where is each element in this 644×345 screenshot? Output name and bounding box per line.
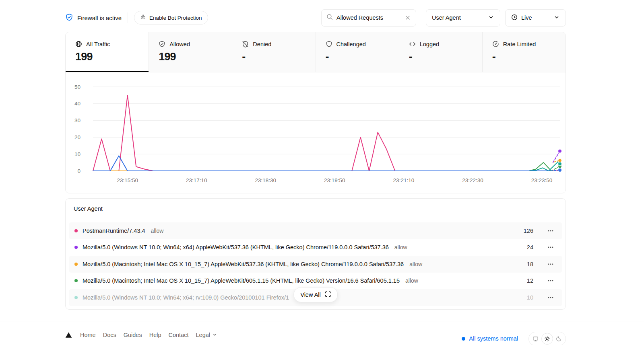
tab-value: - bbox=[409, 51, 473, 63]
gauge-icon bbox=[492, 41, 499, 47]
tab-value: 199 bbox=[75, 51, 139, 63]
status-dot bbox=[462, 337, 465, 341]
chart-line-green bbox=[93, 162, 551, 171]
enable-bot-protection-button[interactable]: Enable Bot Protection bbox=[134, 11, 208, 25]
user-agent-filter-select[interactable]: User Agent bbox=[426, 9, 500, 27]
view-all-button[interactable]: View All bbox=[293, 287, 338, 302]
y-axis-tick-10: 10 bbox=[74, 151, 80, 157]
x-axis-tick: 23:17:10 bbox=[186, 177, 207, 183]
footer-link-contact[interactable]: Contact bbox=[169, 332, 189, 338]
tab-denied[interactable]: Denied- bbox=[232, 32, 316, 72]
live-point-teal bbox=[558, 162, 562, 166]
chevron-down-icon bbox=[212, 332, 217, 337]
theme-system-button[interactable] bbox=[530, 333, 541, 345]
code-icon bbox=[409, 41, 416, 47]
series-dot bbox=[74, 279, 78, 282]
firewall-shield-check-icon bbox=[65, 13, 73, 21]
user-agent-value: PostmanRuntime/7.43.4 bbox=[83, 228, 145, 234]
row-menu-button[interactable] bbox=[545, 259, 557, 269]
series-dot bbox=[74, 246, 78, 249]
tab-allowed[interactable]: Allowed199 bbox=[149, 32, 232, 72]
main-content: Firewall is active Enable Bot Protection… bbox=[65, 9, 566, 310]
request-count: 10 bbox=[516, 294, 533, 301]
y-axis-tick-50: 50 bbox=[74, 84, 80, 90]
table-row[interactable]: Mozilla/5.0 (Windows NT 10.0; Win64; x64… bbox=[69, 239, 562, 256]
footer-link-guides[interactable]: Guides bbox=[124, 332, 142, 338]
tab-label: Rate Limited bbox=[503, 41, 536, 47]
live-label: Live bbox=[521, 14, 532, 21]
action-badge: allow bbox=[394, 244, 407, 251]
tab-logged[interactable]: Logged- bbox=[399, 32, 483, 72]
chart-line-pink bbox=[93, 95, 560, 171]
tab-label: Denied bbox=[253, 41, 271, 47]
row-menu-button[interactable] bbox=[545, 292, 557, 303]
x-axis-tick: 23:23:50 bbox=[531, 177, 553, 183]
user-agent-value: Mozilla/5.0 (Windows NT 10.0; Win64; x64… bbox=[83, 294, 289, 301]
line-chart: 0102030405023:15:5023:17:1023:18:3023:19… bbox=[66, 72, 566, 193]
x-axis-tick: 23:15:50 bbox=[117, 177, 138, 183]
table-title: User Agent bbox=[66, 199, 566, 219]
table-row[interactable]: Mozilla/5.0 (Macintosh; Intel Mac OS X 1… bbox=[69, 256, 562, 273]
globe-icon bbox=[75, 41, 82, 47]
action-badge: allow bbox=[151, 228, 164, 234]
search-input[interactable] bbox=[336, 14, 401, 21]
y-axis-tick-0: 0 bbox=[77, 168, 80, 174]
row-menu-button[interactable] bbox=[545, 275, 557, 286]
tab-all-traffic[interactable]: All Traffic199 bbox=[66, 32, 149, 72]
tab-challenged[interactable]: Challenged- bbox=[316, 32, 399, 72]
footer-link-help[interactable]: Help bbox=[149, 332, 161, 338]
clear-search-icon[interactable] bbox=[405, 14, 411, 21]
system-status-link[interactable]: All systems normal bbox=[462, 335, 518, 342]
y-axis-tick-20: 20 bbox=[74, 134, 80, 140]
tab-value: - bbox=[326, 51, 389, 63]
vercel-logo-icon[interactable] bbox=[65, 332, 72, 338]
series-dot bbox=[74, 263, 78, 266]
chevron-down-icon bbox=[553, 14, 560, 22]
firewall-status-label: Firewall is active bbox=[77, 14, 122, 21]
shield-check-icon bbox=[159, 41, 165, 47]
action-badge: allow bbox=[409, 261, 422, 267]
tab-rate-limited[interactable]: Rate Limited- bbox=[483, 32, 566, 72]
shield-off-icon bbox=[242, 41, 249, 47]
x-axis-tick: 23:19:50 bbox=[324, 177, 345, 183]
search-icon bbox=[326, 14, 333, 20]
row-menu-button[interactable] bbox=[545, 226, 557, 236]
tab-value: - bbox=[492, 51, 556, 63]
theme-dark-button[interactable] bbox=[553, 333, 565, 345]
live-mode-select[interactable]: Live bbox=[505, 9, 566, 27]
firewall-status: Firewall is active bbox=[65, 13, 122, 23]
live-point-blue bbox=[558, 168, 562, 172]
live-point-purple bbox=[558, 149, 562, 153]
chevron-down-icon bbox=[553, 14, 560, 21]
traffic-chart: 0102030405023:15:5023:17:1023:18:3023:19… bbox=[66, 72, 566, 193]
tab-label: Challenged bbox=[336, 41, 366, 47]
toolbar: Firewall is active Enable Bot Protection… bbox=[65, 9, 566, 27]
ellipsis-icon bbox=[547, 261, 554, 267]
bot-icon bbox=[140, 14, 146, 21]
shield-icon bbox=[326, 41, 332, 47]
footer-link-docs[interactable]: Docs bbox=[103, 332, 116, 338]
user-agent-table: User Agent PostmanRuntime/7.43.4allow126… bbox=[65, 198, 566, 310]
theme-light-button[interactable] bbox=[541, 333, 553, 345]
live-point-orange bbox=[558, 159, 562, 162]
bot-icon bbox=[140, 14, 146, 20]
divider bbox=[128, 12, 128, 23]
row-menu-button[interactable] bbox=[545, 242, 557, 253]
x-axis-tick: 23:18:30 bbox=[255, 177, 277, 183]
series-dot bbox=[74, 229, 78, 232]
ellipsis-icon bbox=[547, 294, 554, 301]
traffic-tabs: All Traffic199Allowed199Denied-Challenge… bbox=[66, 32, 566, 72]
footer-link-legal[interactable]: Legal bbox=[196, 332, 217, 338]
table-row[interactable]: PostmanRuntime/7.43.4allow126 bbox=[69, 222, 562, 239]
close-icon bbox=[405, 14, 411, 21]
footer-link-home[interactable]: Home bbox=[80, 332, 96, 338]
footer: HomeDocsGuidesHelpContactLegal All syste… bbox=[65, 322, 566, 345]
theme-switcher bbox=[528, 332, 566, 345]
x-axis-tick: 23:21:10 bbox=[393, 177, 415, 183]
clock-icon bbox=[511, 14, 518, 21]
tab-label: Allowed bbox=[169, 41, 190, 47]
expand-icon bbox=[325, 291, 331, 297]
request-count: 18 bbox=[516, 261, 533, 267]
tab-value: 199 bbox=[159, 51, 222, 63]
y-axis-tick-40: 40 bbox=[74, 101, 80, 107]
